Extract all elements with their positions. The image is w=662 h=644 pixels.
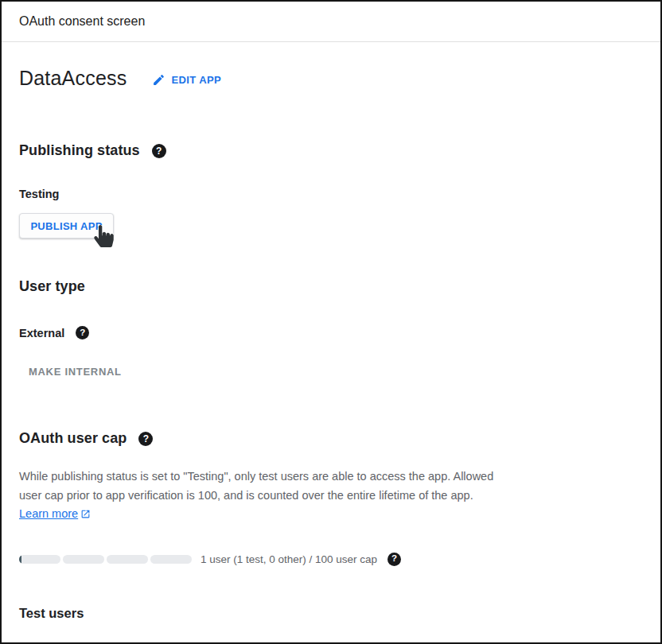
open-in-new-icon <box>80 509 91 522</box>
oauth-user-cap-heading: OAuth user cap ? <box>19 430 643 447</box>
user-cap-progress-segment <box>63 555 104 564</box>
help-icon[interactable]: ? <box>152 144 166 158</box>
user-cap-usage-text: 1 user (1 test, 0 other) / 100 user cap <box>201 553 377 565</box>
user-cap-progress-bar <box>19 555 192 564</box>
learn-more-label: Learn more <box>19 507 78 520</box>
user-cap-progress-segment <box>150 555 192 564</box>
page-title: OAuth consent screen <box>19 14 145 29</box>
app-name: DataAccess <box>19 67 127 90</box>
page-content: DataAccess EDIT APP Publishing status ? … <box>2 67 660 621</box>
publish-app-button[interactable]: PUBLISH APP <box>19 213 114 239</box>
user-cap-progress-fill <box>19 555 21 564</box>
user-type-value: External <box>19 327 64 339</box>
make-internal-button[interactable]: MAKE INTERNAL <box>20 359 130 384</box>
publishing-status-heading-label: Publishing status <box>19 142 140 159</box>
page-header: OAuth consent screen <box>2 2 660 42</box>
oauth-consent-page: OAuth consent screen DataAccess EDIT APP… <box>0 0 662 644</box>
publishing-status-heading: Publishing status ? <box>19 142 643 159</box>
test-users-heading: Test users <box>19 606 643 621</box>
edit-app-label: EDIT APP <box>171 74 221 86</box>
publish-app-button-wrap: PUBLISH APP <box>19 213 114 239</box>
app-title-row: DataAccess EDIT APP <box>19 67 643 90</box>
edit-app-button[interactable]: EDIT APP <box>147 70 226 90</box>
help-icon[interactable]: ? <box>76 326 89 339</box>
user-cap-progress-segment <box>107 555 148 564</box>
help-icon[interactable]: ? <box>387 553 401 566</box>
oauth-user-cap-description: While publishing status is set to "Testi… <box>19 467 512 526</box>
help-icon[interactable]: ? <box>138 432 153 446</box>
learn-more-link[interactable]: Learn more <box>19 507 91 520</box>
user-type-value-row: External ? <box>19 326 643 339</box>
user-cap-progress-segment <box>19 555 60 564</box>
user-type-heading: User type <box>19 278 643 295</box>
publishing-status-value: Testing <box>19 188 643 200</box>
oauth-user-cap-heading-label: OAuth user cap <box>19 430 127 447</box>
pencil-icon <box>152 73 166 87</box>
oauth-user-cap-description-text: While publishing status is set to "Testi… <box>19 470 493 502</box>
user-cap-usage-row: 1 user (1 test, 0 other) / 100 user cap … <box>19 553 643 566</box>
